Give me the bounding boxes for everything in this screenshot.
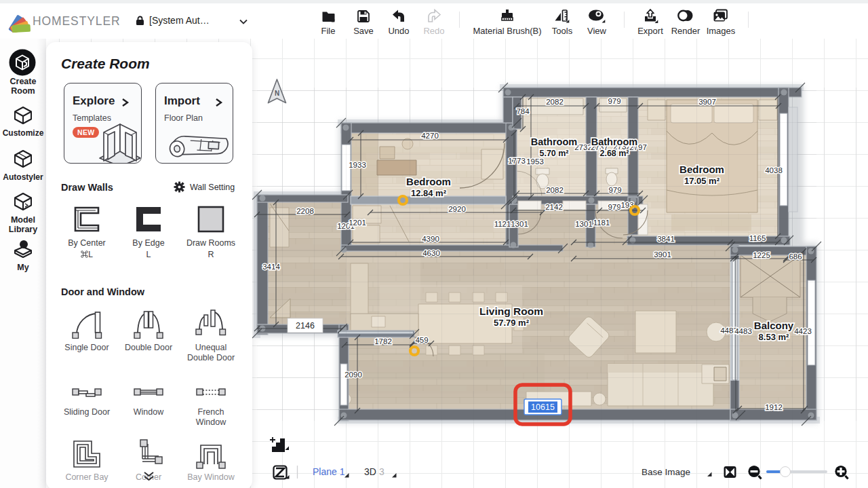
svg-text:4483: 4483 [734, 327, 752, 335]
svg-text:3907: 3907 [698, 98, 716, 106]
svg-text:2082: 2082 [546, 98, 564, 106]
svg-text:3414: 3414 [262, 263, 280, 271]
svg-text:2090: 2090 [344, 371, 362, 379]
svg-text:1165: 1165 [749, 234, 766, 242]
svg-text:5.70 m²: 5.70 m² [539, 149, 568, 158]
svg-text:3901: 3901 [654, 250, 671, 259]
svg-text:3D: 3D [364, 466, 376, 477]
svg-text:10615: 10615 [531, 402, 555, 412]
svg-text:459: 459 [415, 336, 428, 344]
svg-text:2142: 2142 [545, 203, 563, 211]
svg-text:2146: 2146 [296, 321, 315, 331]
svg-text:979: 979 [608, 97, 620, 105]
svg-text:Bathroom: Bathroom [531, 136, 577, 147]
svg-text:Plane 1: Plane 1 [313, 466, 345, 477]
svg-text:2.68 m²: 2.68 m² [599, 149, 629, 158]
svg-text:Bathroom: Bathroom [591, 136, 637, 147]
svg-text:979: 979 [608, 203, 620, 211]
svg-text:4423: 4423 [794, 327, 812, 335]
svg-text:57.79 m²: 57.79 m² [494, 318, 530, 328]
svg-text:Balcony: Balcony [754, 320, 794, 331]
svg-text:3841: 3841 [657, 235, 675, 243]
svg-text:2208: 2208 [296, 207, 314, 215]
svg-text:1121: 1121 [494, 220, 511, 228]
svg-text:2920: 2920 [448, 205, 466, 213]
svg-text:Bedroom: Bedroom [406, 176, 451, 187]
svg-text:12.84 m²: 12.84 m² [411, 188, 447, 198]
svg-text:1933: 1933 [349, 161, 366, 169]
svg-text:1782: 1782 [374, 337, 392, 345]
svg-text:4270: 4270 [421, 132, 439, 140]
svg-text:4630: 4630 [422, 249, 440, 257]
svg-text:1181: 1181 [593, 219, 610, 227]
svg-text:686: 686 [789, 252, 802, 261]
svg-text:4038: 4038 [765, 166, 783, 174]
svg-text:1912: 1912 [765, 403, 783, 411]
svg-text:3: 3 [379, 466, 384, 477]
svg-text:Living Room: Living Room [479, 305, 543, 317]
svg-text:1301: 1301 [575, 220, 593, 228]
svg-text:Bedroom: Bedroom [679, 164, 724, 175]
svg-text:N: N [275, 90, 279, 97]
svg-text:1301: 1301 [511, 220, 528, 228]
svg-text:1225: 1225 [753, 251, 770, 259]
svg-text:784: 784 [516, 107, 530, 115]
svg-text:Base Image: Base Image [642, 467, 690, 477]
svg-text:1773: 1773 [508, 157, 526, 165]
svg-text:979: 979 [608, 186, 621, 194]
svg-text:4390: 4390 [422, 235, 439, 243]
svg-text:17.05 m²: 17.05 m² [684, 176, 720, 186]
svg-text:8.53 m²: 8.53 m² [759, 332, 789, 342]
svg-text:1201: 1201 [349, 219, 366, 227]
svg-text:2082: 2082 [546, 186, 564, 194]
svg-text:1953: 1953 [526, 157, 544, 166]
